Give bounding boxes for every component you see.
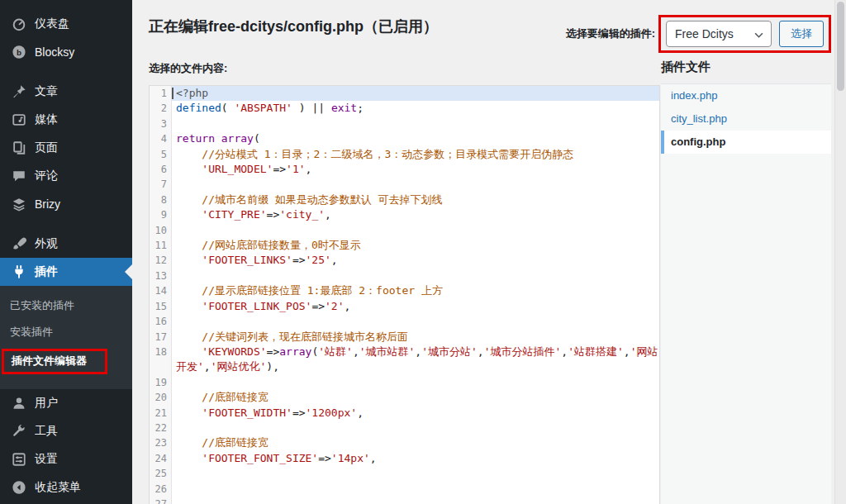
code-text xyxy=(172,421,659,435)
user-icon xyxy=(12,396,26,411)
code-line[interactable]: 11 //网站底部链接数量，0时不显示 xyxy=(150,238,659,253)
sidebar-item-label: 页面 xyxy=(35,140,58,155)
code-line[interactable]: 5 //分站模式 1：目录；2：二级域名，3：动态参数；目录模式需要开启伪静态 xyxy=(150,147,659,162)
code-line[interactable]: 27 xyxy=(150,497,659,504)
code-line[interactable]: 3 xyxy=(150,116,659,131)
code-line[interactable]: 1<?php xyxy=(150,86,659,101)
plug-icon xyxy=(12,264,26,279)
plugin-file-config.php[interactable]: config.php xyxy=(661,131,831,154)
line-number: 19 xyxy=(150,375,172,390)
sidebar-item-工具[interactable]: 工具 xyxy=(0,417,132,445)
sidebar-item-文章[interactable]: 文章 xyxy=(0,78,132,106)
code-line[interactable]: 14 //显示底部链接位置 1:最底部 2：footer 上方 xyxy=(150,283,659,298)
code-line[interactable]: 8 //城市名前缀 如果是动态参数默认 可去掉下划线 xyxy=(150,193,659,207)
sidebar-item-外观[interactable]: 外观 xyxy=(0,230,132,258)
annotation-rectangle: Free Dcitys 选择 xyxy=(658,15,831,53)
editor-layout: 选择的文件内容: 1<?php2defined( 'ABSPATH' ) || … xyxy=(149,56,831,504)
code-text: defined( 'ABSPATH' ) || exit; xyxy=(172,101,659,116)
code-line[interactable]: 10 xyxy=(150,223,659,238)
plugin-select[interactable]: Free Dcitys xyxy=(666,21,772,47)
plugins-submenu: 已安装的插件安装插件插件文件编辑器 xyxy=(0,286,132,389)
sidebar-item-仪表盘[interactable]: 仪表盘 xyxy=(0,10,132,38)
code-text xyxy=(172,116,659,131)
code-line[interactable]: 20 //底部链接宽 xyxy=(150,390,659,405)
wordpress-admin-window: 仪表盘bBlocksy文章媒体页面评论Brizy外观插件已安装的插件安装插件插件… xyxy=(0,0,846,504)
code-line[interactable]: 4return array( xyxy=(150,131,659,146)
code-text xyxy=(172,314,659,329)
line-number: 1 xyxy=(150,86,172,101)
line-number: 17 xyxy=(150,330,172,345)
sidebar-item-媒体[interactable]: 媒体 xyxy=(0,106,132,134)
code-line[interactable]: 24 'FOOTER_FONT_SIZE'=>'14px', xyxy=(150,451,659,466)
code-line[interactable]: 21 'FOOTER_WIDTH'=>'1200px', xyxy=(150,406,659,421)
line-number: 10 xyxy=(150,223,172,238)
sidebar-item-设置[interactable]: 设置 xyxy=(0,445,132,473)
sidebar-item-label: Brizy xyxy=(35,197,60,211)
submenu-item-已安装的插件[interactable]: 已安装的插件 xyxy=(0,292,132,319)
file-content-label: 选择的文件内容: xyxy=(149,61,660,76)
code-line[interactable]: 7 xyxy=(150,177,659,192)
plugin-file-city_list.php[interactable]: city_list.php xyxy=(661,107,831,131)
sidebar-item-用户[interactable]: 用户 xyxy=(0,389,132,417)
sidebar-item-label: 外观 xyxy=(35,236,58,251)
code-line[interactable]: 17 //关键词列表，现在底部链接城市名称后面 xyxy=(150,330,659,345)
code-line[interactable]: 23 //底部链接宽 xyxy=(150,435,659,450)
collapse-icon xyxy=(12,480,26,495)
plugin-files-panel: 插件文件 index.phpcity_list.phpconfig.php xyxy=(661,56,831,504)
brush-icon xyxy=(12,236,26,251)
page-scrollbar[interactable] xyxy=(834,0,846,504)
sidebar-item-页面[interactable]: 页面 xyxy=(0,134,132,162)
line-number: 24 xyxy=(150,451,172,466)
code-text: //网站底部链接数量，0时不显示 xyxy=(172,238,659,253)
plugin-file-list: index.phpcity_list.phpconfig.php xyxy=(661,83,831,504)
submenu-item-安装插件[interactable]: 安装插件 xyxy=(0,319,132,345)
code-line[interactable]: 12 'FOOTER_LINKS'=>'25', xyxy=(150,253,659,268)
sidebar-item-label: Blocksy xyxy=(35,45,74,59)
code-line[interactable]: 9 'CITY_PRE'=>'city_', xyxy=(150,207,659,222)
sidebar-item-label: 收起菜单 xyxy=(35,480,81,495)
line-number: 27 xyxy=(150,497,172,504)
code-line[interactable]: 22 xyxy=(150,421,659,435)
sidebar-item-Brizy[interactable]: Brizy xyxy=(0,190,132,218)
choose-plugin-button[interactable]: 选择 xyxy=(779,21,824,47)
code-line[interactable]: 19 xyxy=(150,375,659,390)
code-text: 'CITY_PRE'=>'city_', xyxy=(172,207,659,222)
line-number: 2 xyxy=(150,101,172,116)
plugin-file-index.php[interactable]: index.php xyxy=(661,84,831,107)
code-editor[interactable]: 1<?php2defined( 'ABSPATH' ) || exit;3 4r… xyxy=(149,85,660,504)
code-text: 'FOOTER_LINK_POS'=>'2', xyxy=(172,299,659,314)
line-number: 4 xyxy=(150,131,172,146)
code-text: //底部链接宽 xyxy=(172,390,659,405)
sidebar-item-插件[interactable]: 插件 xyxy=(0,258,132,286)
line-number: 14 xyxy=(150,283,172,298)
plugin-files-heading: 插件文件 xyxy=(661,59,831,75)
code-line[interactable]: 6 'URL_MODEL'=>'1', xyxy=(150,162,659,177)
scrollbar-thumb[interactable] xyxy=(837,2,844,91)
code-text: 'FOOTER_WIDTH'=>'1200px', xyxy=(172,406,659,421)
code-line[interactable]: 18 'KEYWORDS'=>array('站群','城市站群','城市分站',… xyxy=(150,345,659,375)
submenu-item-插件文件编辑器[interactable]: 插件文件编辑器 xyxy=(0,345,132,378)
code-text: //城市名前缀 如果是动态参数默认 可去掉下划线 xyxy=(172,193,659,207)
line-number: 20 xyxy=(150,390,172,405)
sidebar-item-Blocksy[interactable]: bBlocksy xyxy=(0,38,132,66)
code-line[interactable]: 25 xyxy=(150,466,659,481)
code-line[interactable]: 26 xyxy=(150,482,659,497)
code-text: <?php xyxy=(172,86,659,101)
sidebar-item-评论[interactable]: 评论 xyxy=(0,162,132,190)
code-line[interactable]: 16 xyxy=(150,314,659,329)
code-text: 'FOOTER_LINKS'=>'25', xyxy=(172,253,659,268)
code-text: //关键词列表，现在底部链接城市名称后面 xyxy=(172,330,659,345)
content-area: 正在编辑free-dcitys/config.php（已启用） 选择要编辑的插件… xyxy=(132,0,846,504)
pin-icon xyxy=(12,84,26,99)
line-number: 13 xyxy=(150,269,172,283)
sidebar-item-收起菜单[interactable]: 收起菜单 xyxy=(0,473,132,502)
code-text: return array( xyxy=(172,131,659,146)
line-number: 23 xyxy=(150,435,172,450)
code-text xyxy=(172,223,659,238)
code-line[interactable]: 13 xyxy=(150,269,659,283)
line-number: 22 xyxy=(150,421,172,435)
media-icon xyxy=(12,112,26,127)
code-line[interactable]: 15 'FOOTER_LINK_POS'=>'2', xyxy=(150,299,659,314)
code-line[interactable]: 2defined( 'ABSPATH' ) || exit; xyxy=(150,101,659,116)
line-number: 12 xyxy=(150,253,172,268)
